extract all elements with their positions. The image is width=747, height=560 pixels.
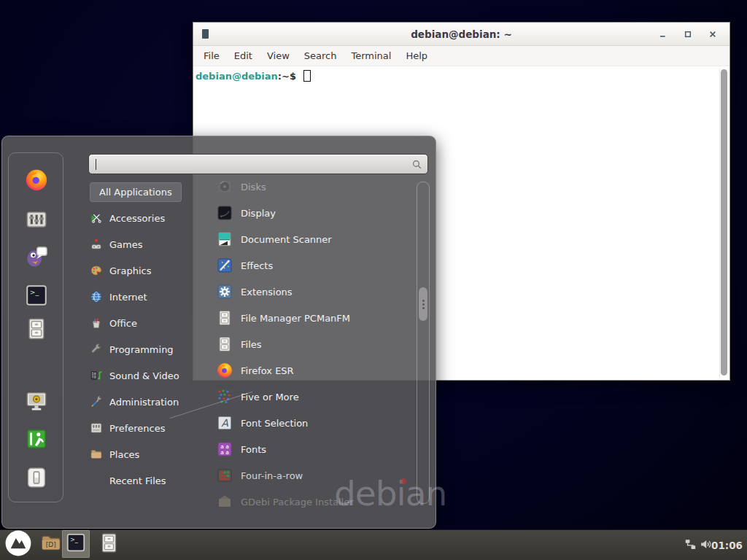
app-font-selection[interactable]: AFont Selection: [193, 410, 411, 436]
watermark-red-dot: [400, 478, 406, 484]
terminal-cursor: [303, 70, 311, 82]
category-label: Sound & Video: [109, 370, 179, 381]
app-label: Font Selection: [241, 418, 308, 429]
category-internet[interactable]: Internet: [87, 284, 196, 310]
app-label: Four-in-a-row: [241, 470, 303, 481]
app-five-or-more[interactable]: Five or More: [193, 384, 411, 410]
app-effects[interactable]: Effects: [193, 252, 411, 279]
menu-search-input[interactable]: [88, 154, 428, 174]
close-button[interactable]: [706, 28, 719, 41]
terminal-window-button[interactable]: >_: [62, 530, 90, 558]
volume-icon: [699, 537, 713, 554]
app-list-scrollbar-thumb[interactable]: [419, 287, 427, 321]
category-places[interactable]: Places: [87, 441, 196, 467]
search-icon: [411, 158, 423, 174]
svg-text:>_: >_: [30, 288, 39, 296]
category-programming[interactable]: Programming: [87, 336, 196, 362]
extensions-icon: [216, 283, 233, 300]
terminal-scrollbar-thumb[interactable]: [721, 69, 727, 376]
office-icon: [90, 316, 103, 330]
app-label: Firefox ESR: [241, 365, 294, 376]
app-list-scrollbar[interactable]: [417, 182, 430, 504]
minimize-button[interactable]: [657, 28, 670, 41]
application-menu: >_ All ApplicationsAccessoriesGamesGraph…: [1, 136, 436, 529]
app-label: File Manager PCManFM: [241, 313, 350, 324]
pidgin-icon: [24, 257, 49, 271]
app-label: Files: [241, 339, 262, 350]
settings-sliders-icon: [24, 221, 49, 235]
folder-d-icon: [D]: [39, 532, 62, 557]
category-label: Places: [109, 449, 139, 460]
terminal-menu-edit[interactable]: Edit: [227, 48, 260, 63]
gdebi-icon: [216, 493, 233, 510]
category-accessories[interactable]: Accessories: [87, 205, 196, 231]
terminal-titlebar[interactable]: debian@debian: ~: [193, 23, 729, 46]
shutdown-button[interactable]: [24, 465, 49, 490]
category-label: All Applications: [99, 187, 172, 198]
app-firefox-esr[interactable]: Firefox ESR: [193, 357, 411, 384]
category-label: Administration: [109, 397, 179, 408]
app-disks[interactable]: Disks: [193, 174, 411, 200]
firefox-favorite[interactable]: [24, 168, 49, 192]
category-label: Programming: [109, 344, 174, 355]
shutdown-icon: [24, 479, 49, 493]
settings-favorite[interactable]: [24, 207, 49, 232]
category-list: All ApplicationsAccessoriesGamesGraphics…: [87, 179, 196, 494]
icon-spacer: [90, 474, 103, 487]
taskbar-clock[interactable]: 01:06: [711, 530, 743, 560]
network-tray-icon[interactable]: [684, 540, 697, 552]
category-label: Preferences: [109, 423, 165, 434]
category-recent-files[interactable]: Recent Files: [87, 467, 196, 494]
category-administration[interactable]: Administration: [87, 389, 196, 415]
menu-logo-icon: [4, 529, 32, 560]
pidgin-favorite[interactable]: [24, 244, 49, 268]
prompt-path: :~$: [278, 71, 296, 82]
category-sound-video[interactable]: Sound & Video: [87, 362, 196, 389]
terminal-menu-file[interactable]: File: [196, 48, 227, 63]
category-games[interactable]: Games: [87, 231, 196, 257]
desktop-folder-launcher[interactable]: [D]: [39, 533, 62, 556]
document-scanner-icon: [216, 230, 233, 248]
menu-button[interactable]: [4, 531, 32, 559]
app-label: Disks: [241, 182, 266, 192]
terminal-icon: >_: [65, 532, 87, 556]
svg-text:>_: >_: [70, 536, 79, 543]
files-launcher[interactable]: [98, 533, 120, 556]
app-document-scanner[interactable]: Document Scanner: [193, 226, 411, 252]
network-icon: [684, 538, 697, 553]
app-list: DisksDisplayDocument ScannerEffectsExten…: [193, 174, 411, 515]
app-label: Effects: [241, 260, 273, 271]
terminal-menu-terminal[interactable]: Terminal: [344, 48, 398, 63]
app-file-manager-pcmanfm[interactable]: File Manager PCManFM: [193, 305, 411, 331]
terminal-menu-search[interactable]: Search: [297, 48, 344, 63]
app-display[interactable]: Display: [193, 200, 411, 226]
svg-text:[D]: [D]: [46, 541, 56, 548]
terminal-scrollbar[interactable]: [719, 69, 728, 378]
files-favorite[interactable]: [24, 316, 49, 341]
lock-screen-icon: [24, 402, 49, 416]
volume-tray-icon[interactable]: [699, 539, 713, 553]
terminal-title: debian@debian: ~: [193, 28, 729, 40]
terminal-menu-view[interactable]: View: [260, 48, 297, 63]
category-all-applications[interactable]: All Applications: [87, 179, 196, 205]
app-extensions[interactable]: Extensions: [193, 279, 411, 305]
category-label: Internet: [109, 292, 147, 303]
app-fonts[interactable]: a aa aFonts: [193, 436, 411, 462]
terminal-menu-help[interactable]: Help: [398, 48, 435, 63]
category-graphics[interactable]: Graphics: [87, 257, 196, 284]
svg-text:A: A: [221, 417, 228, 429]
maximize-button[interactable]: [681, 28, 694, 41]
games-icon: [90, 238, 103, 251]
app-label: Document Scanner: [241, 234, 332, 245]
app-files[interactable]: Files: [193, 331, 411, 357]
terminal-favorite[interactable]: >_: [24, 283, 49, 308]
graphics-icon: [90, 264, 103, 277]
category-office[interactable]: Office: [87, 310, 196, 336]
category-label: Office: [109, 318, 137, 329]
logout-button[interactable]: [24, 427, 49, 451]
lock-screen-button[interactable]: [24, 389, 49, 413]
svg-text:a a: a a: [220, 449, 229, 456]
category-preferences[interactable]: Preferences: [87, 415, 196, 441]
file-cabinet-icon: [24, 330, 49, 344]
desktop: debian@debian: ~ FileEditViewSearchTermi…: [0, 0, 747, 560]
